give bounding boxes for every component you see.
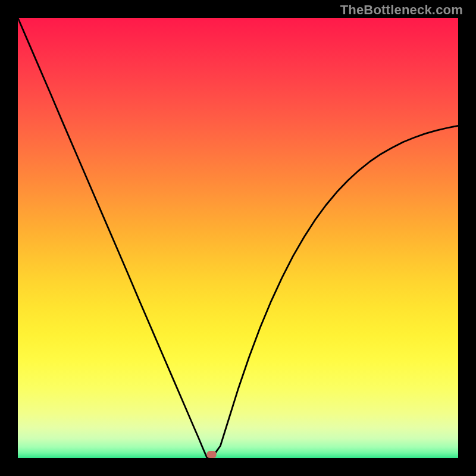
chart-frame: TheBottleneck.com (0, 0, 476, 476)
watermark-text: TheBottleneck.com (340, 2, 463, 18)
plot-area (18, 18, 458, 458)
optimal-point-marker (207, 451, 217, 458)
chart-svg (18, 18, 458, 458)
